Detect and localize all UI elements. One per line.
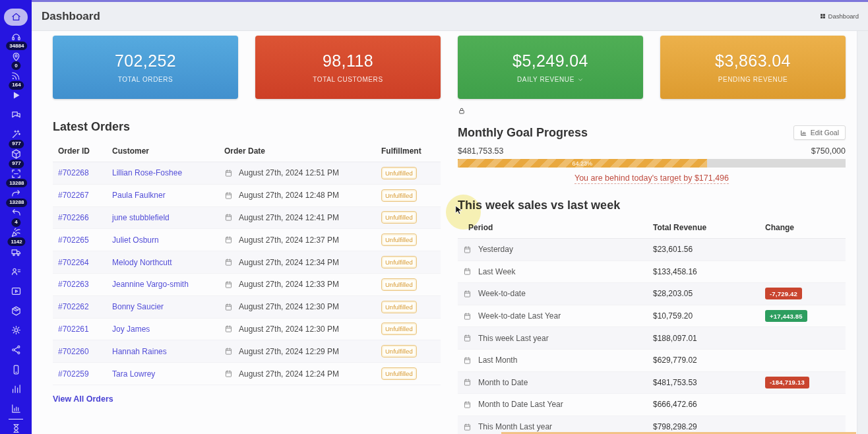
customer-link[interactable]: Lillian Rose-Foshee [112,168,224,177]
period-cell: Last Week [458,267,653,276]
edit-goal-button[interactable]: Edit Goal [793,125,846,140]
order-table-row: #702264Melody NorthcuttAugust 27th, 2024… [53,251,441,274]
sidebar-item-videos[interactable] [0,282,32,301]
customer-link[interactable]: Jeannine Vargo-smith [112,280,224,289]
unfulfilled-badge: Unfulfilled [381,301,417,313]
order-date-text: August 27th, 2024 12:34 PM [239,258,339,267]
customer-link[interactable]: Hannah Raines [112,347,224,356]
order-date-cell: August 27th, 2024 12:33 PM [224,280,381,289]
order-date-text: August 27th, 2024 12:37 PM [239,235,339,245]
revenue-cell: $23,601.56 [653,245,765,254]
period-label: This Month Last year [478,422,552,431]
calendar-icon [224,213,233,222]
period-label: Week-to-date Last Year [478,311,561,321]
customer-link[interactable]: june stubblefield [112,213,224,222]
headset-icon [11,31,22,42]
order-table-row: #702259Tara LowreyAugust 27th, 2024 12:2… [53,363,441,385]
sidebar-item-reports[interactable] [0,379,32,399]
order-id-link[interactable]: #702262 [53,302,112,311]
stat-card-total-customers: 98,118TOTAL CUSTOMERS [255,36,441,99]
sidebar-item-share[interactable] [0,340,32,360]
fulfillment-cell: Unfulfilled [381,167,441,179]
change-cell: -184,719.13 [765,377,846,388]
order-date-text: August 27th, 2024 12:48 PM [239,191,339,200]
sidebar-item-packages[interactable] [0,301,32,321]
page-title: Dashboard [42,10,100,23]
stat-label: DAILY REVENUE [517,76,584,83]
breadcrumb[interactable]: Dashboard [820,13,859,20]
analytics-icon [11,403,22,414]
stat-label-text: DAILY REVENUE [517,76,574,83]
order-id-link[interactable]: #702259 [53,369,112,379]
sidebar-item-shipping[interactable]: 1142 [0,242,32,262]
stat-value: 98,118 [323,51,373,71]
customer-link[interactable]: Melody Northcutt [112,258,224,267]
customer-link[interactable]: Bonny Saucier [112,302,224,311]
period-cell: Week-to-date Last Year [458,311,653,321]
order-id-link[interactable]: #702267 [53,191,112,200]
order-id-link[interactable]: #702261 [53,325,112,334]
column-period: Period [458,223,653,232]
order-id-link[interactable]: #702268 [53,168,112,177]
order-id-link[interactable]: #702264 [53,258,112,267]
scrollbar-gutter[interactable] [857,31,868,434]
period-cell: Yesterday [458,245,653,254]
map-pin-icon [11,51,22,62]
stat-label-text: TOTAL ORDERS [118,76,173,83]
sidebar-item-mobile[interactable] [0,359,32,379]
week-sales-row: Yesterday$23,601.56 [458,239,846,261]
week-sales-row: Month to Date Last Year$666,472.66 [458,394,846,416]
calendar-icon [463,378,472,387]
notification-badge: 0 [11,61,20,70]
order-date-text: August 27th, 2024 12:24 PM [239,369,339,379]
sidebar-item-analytics[interactable] [0,399,32,419]
unfulfilled-badge: Unfulfilled [381,256,417,268]
stat-label: TOTAL CUSTOMERS [313,76,383,83]
sidebar-item-history[interactable] [0,418,32,434]
sidebar-item-customers[interactable] [0,262,32,282]
customer-link[interactable]: Juliet Osburn [112,235,224,245]
sidebar-item-messages[interactable] [0,105,32,125]
calendar-icon [224,303,233,311]
unfulfilled-badge: Unfulfilled [381,367,417,380]
week-sales-row: This week Last year$188,097.01 [458,327,846,350]
unfulfilled-badge: Unfulfilled [381,345,417,357]
calendar-icon [224,235,233,244]
customer-link[interactable]: Paula Faulkner [112,191,224,200]
sidebar-item-settings[interactable] [0,321,32,340]
order-id-link[interactable]: #702266 [53,213,112,222]
customer-link[interactable]: Joy James [112,325,224,334]
lock-icon [458,107,846,115]
stat-card-daily-revenue[interactable]: $5,249.04DAILY REVENUE [458,36,643,99]
period-cell: Month to Date Last Year [458,400,653,409]
order-id-link[interactable]: #702265 [53,235,112,245]
customer-link[interactable]: Tara Lowrey [112,369,224,379]
bar-chart-icon [11,383,22,394]
order-date-text: August 27th, 2024 12:30 PM [239,325,339,334]
calendar-icon [463,245,472,254]
order-date-cell: August 27th, 2024 12:41 PM [224,213,381,222]
calendar-icon [224,369,233,378]
order-table-row: #702268Lillian Rose-FosheeAugust 27th, 2… [53,162,441,185]
edit-goal-label: Edit Goal [811,129,839,137]
box-icon [11,148,22,160]
unfulfilled-badge: Unfulfilled [381,278,417,291]
change-badge: -184,719.13 [765,377,809,388]
view-all-orders-link[interactable]: View All Orders [53,394,113,404]
order-date-cell: August 27th, 2024 12:34 PM [224,258,381,267]
revenue-cell: $10,759.20 [653,311,765,321]
order-date-text: August 27th, 2024 12:41 PM [239,213,339,222]
sidebar-item-home[interactable] [0,7,32,27]
order-table-row: #702261Joy JamesAugust 27th, 2024 12:30 … [53,319,441,341]
calendar-icon [463,423,472,431]
unfulfilled-badge: Unfulfilled [381,233,417,246]
fulfillment-cell: Unfulfilled [381,345,441,357]
stat-label-text: TOTAL CUSTOMERS [313,76,383,83]
order-date-cell: August 27th, 2024 12:51 PM [224,168,381,177]
sidebar-item-media[interactable]: 164 [0,86,32,106]
order-id-link[interactable]: #702263 [53,280,112,289]
stat-label: PENDING REVENUE [718,76,788,83]
fulfillment-cell: Unfulfilled [381,211,441,224]
order-id-link[interactable]: #702260 [53,347,112,356]
calendar-icon [224,325,233,333]
